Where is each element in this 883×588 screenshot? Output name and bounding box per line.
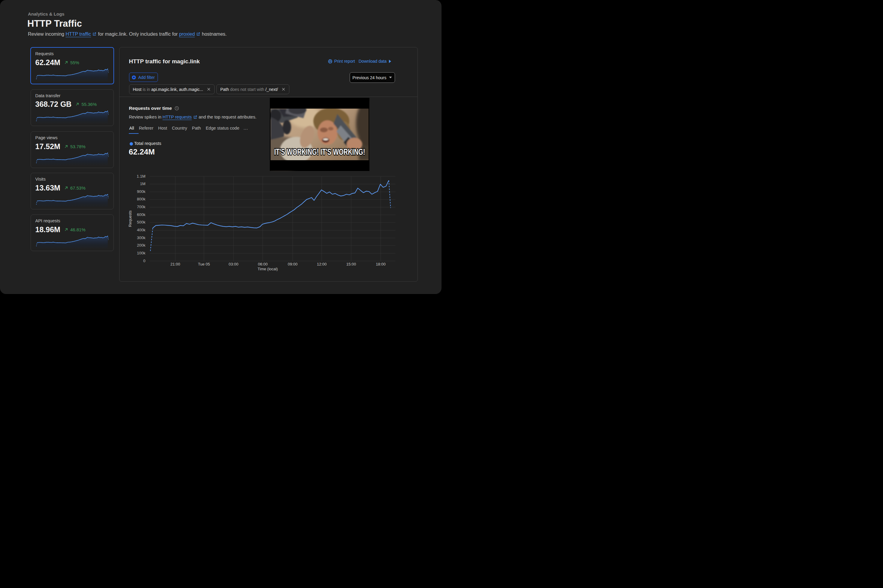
svg-text:Time (local): Time (local)	[258, 267, 278, 271]
svg-text:100k: 100k	[137, 251, 146, 255]
svg-text:IT'S WORKING! IT'S WORKING!: IT'S WORKING! IT'S WORKING!	[274, 147, 365, 157]
svg-text:03:00: 03:00	[229, 262, 239, 266]
svg-text:15:00: 15:00	[346, 262, 356, 266]
svg-text:1.1M: 1.1M	[137, 174, 146, 178]
svg-text:12:00: 12:00	[317, 262, 327, 266]
svg-text:18:00: 18:00	[376, 262, 386, 266]
svg-text:700k: 700k	[137, 205, 146, 209]
svg-text:06:00: 06:00	[258, 262, 268, 266]
svg-text:1M: 1M	[140, 182, 145, 186]
svg-text:09:00: 09:00	[288, 262, 298, 266]
svg-text:800k: 800k	[137, 197, 146, 201]
svg-text:300k: 300k	[137, 236, 146, 240]
svg-text:0: 0	[143, 259, 145, 263]
svg-text:Requests: Requests	[128, 210, 132, 227]
svg-text:600k: 600k	[137, 212, 146, 217]
svg-text:400k: 400k	[137, 228, 146, 232]
svg-text:21:00: 21:00	[170, 262, 180, 266]
svg-text:Tue 05: Tue 05	[198, 262, 210, 266]
svg-text:200k: 200k	[137, 243, 146, 248]
svg-text:900k: 900k	[137, 189, 146, 194]
svg-text:500k: 500k	[137, 220, 146, 224]
